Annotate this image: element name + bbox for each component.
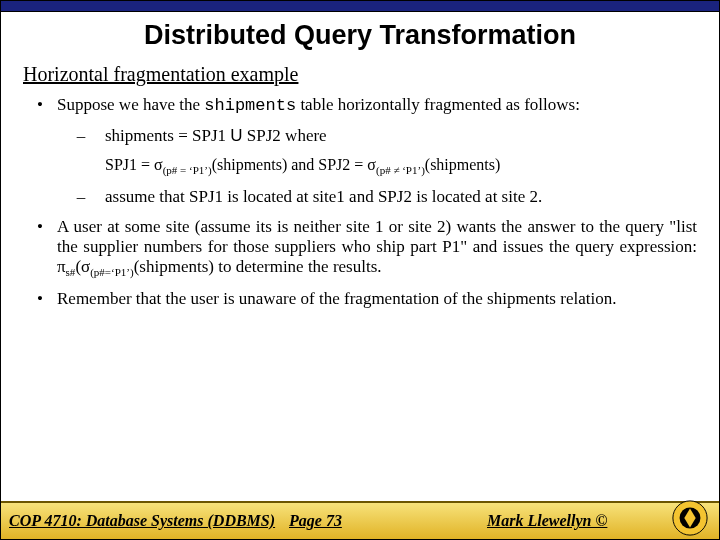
bullet-text: Remember that the user is unaware of the… <box>57 289 697 309</box>
text-fragment: shipments = SPJ1 <box>105 126 230 145</box>
bullet-text: Suppose we have the shipments table hori… <box>57 95 697 116</box>
formula-line: SPJ1 = σ(p# = ‘P1’)(shipments) and SPJ2 … <box>105 156 697 177</box>
bullet-item: • A user at some site (assume its is nei… <box>23 217 697 279</box>
sub-bullet-item: – assume that SPJ1 is located at site1 a… <box>57 187 697 207</box>
sub-bullet-marker: – <box>57 187 105 207</box>
text-fragment: (shipments) to determine the results. <box>134 257 382 276</box>
text-fragment: (shipments) <box>425 156 501 173</box>
slide-title: Distributed Query Transformation <box>1 20 719 51</box>
bullet-item: • Suppose we have the shipments table ho… <box>23 95 697 116</box>
subscript: (p# ≠ ‘P1’) <box>376 164 425 176</box>
bullet-marker: • <box>23 217 57 279</box>
content-area: Horizontal fragmentation example • Suppo… <box>1 63 719 501</box>
sub-bullet-marker: – <box>57 126 105 146</box>
subscript: (p#=‘P1’) <box>90 266 133 278</box>
subtitle: Horizontal fragmentation example <box>23 63 697 87</box>
text-fragment: SPJ1 = σ <box>105 156 163 173</box>
sub-bullet-text: assume that SPJ1 is located at site1 and… <box>105 187 697 207</box>
text-fragment: SPJ2 where <box>243 126 327 145</box>
subscript: (p# = ‘P1’) <box>163 164 212 176</box>
code-fragment: shipments <box>204 96 296 115</box>
footer: COP 4710: Database Systems (DDBMS) Page … <box>1 501 719 539</box>
slide: Distributed Query Transformation Horizon… <box>0 0 720 540</box>
footer-course: COP 4710: Database Systems (DDBMS) <box>1 512 289 530</box>
subscript: s# <box>66 266 76 278</box>
bullet-marker: • <box>23 289 57 309</box>
top-accent-band <box>1 1 719 12</box>
text-fragment: Suppose we have the <box>57 95 204 114</box>
bullet-text: A user at some site (assume its is neith… <box>57 217 697 279</box>
union-symbol: U <box>230 126 242 145</box>
bullet-marker: • <box>23 95 57 116</box>
text-fragment: (σ <box>75 257 90 276</box>
text-fragment: table horizontally fragmented as follows… <box>296 95 580 114</box>
bullet-item: • Remember that the user is unaware of t… <box>23 289 697 309</box>
footer-page: Page 73 <box>289 512 459 530</box>
text-fragment: (shipments) and SPJ2 = σ <box>212 156 376 173</box>
sub-bullet-item: – shipments = SPJ1 U SPJ2 where <box>57 126 697 146</box>
sub-bullet-text: shipments = SPJ1 U SPJ2 where <box>105 126 697 146</box>
ucf-logo <box>671 499 709 537</box>
